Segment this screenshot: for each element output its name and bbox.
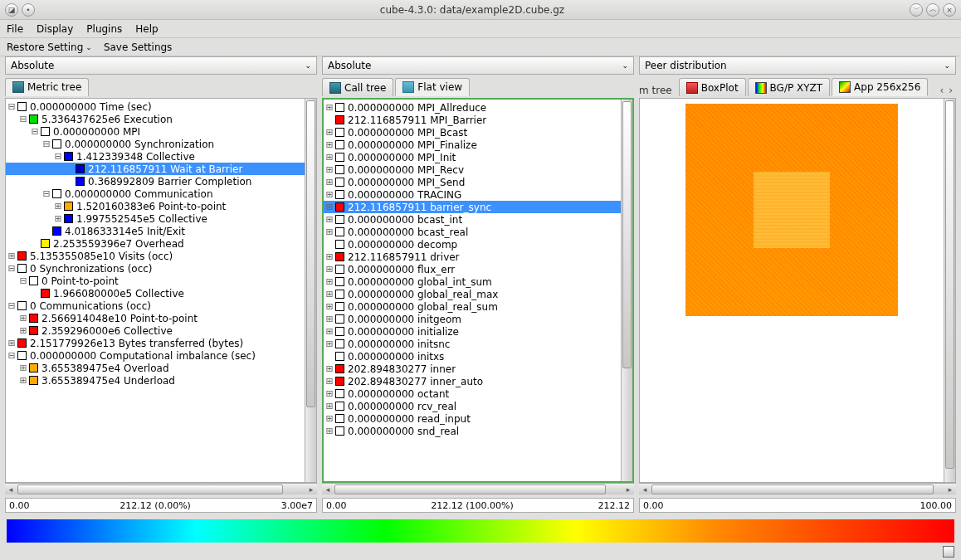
maximize-button[interactable]: ︿ [926,3,939,17]
expand-icon[interactable]: ⊞ [324,425,335,437]
collapse-icon[interactable]: ⊟ [41,187,52,200]
tree-row[interactable]: 212.116857911 Wait at Barrier [6,163,305,175]
expand-icon[interactable]: ⊞ [324,313,335,325]
tree-row[interactable]: ⊞0.000000000 snd_real [324,425,621,437]
hscrollbar[interactable]: ◂ ▸ [5,483,317,494]
tree-row[interactable]: ⊞0.000000000 rcv_real [324,400,621,412]
system-combo[interactable]: Peer distribution⌄ [639,56,956,75]
window-shade-button[interactable]: • [22,3,35,17]
menu-plugins[interactable]: Plugins [86,23,122,35]
tree-row[interactable]: ⊟0.000000000 Communication [6,187,305,200]
tree-row[interactable]: 4.018633314e5 Init/Exit [6,225,305,237]
restore-setting-button[interactable]: Restore Setting⌄ [7,41,92,53]
tab-clipped[interactable]: m tree [639,85,677,96]
tree-row[interactable]: ⊞0.000000000 read_input [324,412,621,425]
tree-row[interactable]: ⊞0.000000000 MPI_Recv [324,163,621,176]
tree-row[interactable]: ⊞202.894830277 inner [324,363,621,375]
tree-row[interactable]: ⊞1.997552545e5 Collective [6,212,305,225]
tab-app-256x256[interactable]: App 256x256 [832,78,928,96]
collapse-icon[interactable]: ⊟ [6,100,17,113]
tree-row[interactable]: ⊞0.000000000 bcast_real [324,226,621,238]
tree-row[interactable]: ⊞0.000000000 MPI_Init [324,151,621,163]
collapse-icon[interactable]: ⊟ [17,113,29,125]
expand-icon[interactable]: ⊞ [52,200,64,212]
expand-icon[interactable]: ⊞ [6,337,17,349]
expand-icon[interactable]: ⊞ [324,375,335,387]
tree-row[interactable]: 1.966080000e5 Collective [6,287,305,299]
collapse-icon[interactable]: ⊟ [41,138,52,150]
tree-row[interactable]: ⊞0.000000000 MPI_Finalize [324,139,621,151]
collapse-icon[interactable]: ⊟ [29,125,41,138]
expand-icon[interactable]: ⊞ [324,338,335,350]
expand-icon[interactable]: ⊞ [324,275,335,288]
tab-boxplot[interactable]: BoxPlot [679,78,746,96]
tree-row[interactable]: ⊞5.135355085e10 Visits (occ) [6,250,305,262]
flat-tree[interactable]: ⊞0.000000000 MPI_Allreduce212.116857911 … [324,100,621,481]
expand-icon[interactable]: ⊞ [324,412,335,425]
expand-icon[interactable]: ⊞ [324,201,335,213]
expand-icon[interactable]: ⊞ [324,151,335,163]
scroll-left-icon[interactable]: ◂ [5,485,17,494]
tabs-scroll-right[interactable]: › [949,85,953,96]
tree-row[interactable]: ⊞212.116857911 driver [324,251,621,263]
expand-icon[interactable]: ⊞ [324,188,335,201]
tree-row[interactable]: ⊞0.000000000 initgeom [324,313,621,325]
tree-row[interactable]: ⊞0.000000000 MPI_Send [324,176,621,188]
collapse-icon[interactable]: ⊟ [6,299,17,312]
collapse-icon[interactable]: ⊟ [6,262,17,275]
tree-row[interactable]: ⊞0.000000000 global_real_max [324,288,621,300]
metric-tree[interactable]: ⊟0.000000000 Time (sec) ⊟5.336437625e6 E… [6,99,305,482]
hscrollbar[interactable]: ◂ ▸ [322,483,634,494]
tab-bgp-xyzt[interactable]: BG/P XYZT [748,78,831,96]
tree-row[interactable]: 212.116857911 MPI_Barrier [324,114,621,126]
menu-file[interactable]: File [7,23,23,35]
expand-icon[interactable]: ⊞ [52,212,64,225]
expand-icon[interactable]: ⊞ [324,126,335,139]
window-menu-button[interactable]: ◪ [5,3,18,17]
menu-display[interactable]: Display [37,23,73,35]
tree-row[interactable]: 2.253559396e7 Overhead [6,237,305,250]
vscrollbar[interactable] [621,100,632,481]
tree-row[interactable]: ⊞0.000000000 TRACING [324,188,621,201]
tree-row[interactable]: ⊞0.000000000 MPI_Bcast [324,126,621,139]
tree-row[interactable]: ⊞0.000000000 flux_err [324,263,621,275]
collapse-icon[interactable]: ⊟ [52,150,64,163]
tree-row[interactable]: ⊟1.412339348 Collective [6,150,305,163]
tab-metric-tree[interactable]: Metric tree [5,78,89,96]
tree-row[interactable]: 0.000000000 decomp [324,238,621,251]
tree-row[interactable]: ⊟0 Synchronizations (occ) [6,262,305,275]
tree-row[interactable]: ⊞2.359296000e6 Collective [6,324,305,337]
tree-row[interactable]: ⊟0 Communications (occ) [6,299,305,312]
tree-row[interactable]: ⊟0.000000000 Computational imbalance (se… [6,349,305,362]
expand-icon[interactable]: ⊞ [324,226,335,238]
expand-icon[interactable]: ⊞ [324,400,335,412]
close-button[interactable]: × [943,3,956,17]
expand-icon[interactable]: ⊞ [324,288,335,300]
collapse-icon[interactable]: ⊟ [17,275,29,287]
scroll-right-icon[interactable]: ▸ [305,485,317,494]
tree-row[interactable]: ⊞202.894830277 inner_auto [324,375,621,387]
expand-icon[interactable]: ⊞ [324,387,335,400]
tree-row[interactable]: ⊞0.000000000 MPI_Allreduce [324,101,621,114]
tree-row[interactable]: ⊞2.151779926e13 Bytes transferred (bytes… [6,337,305,349]
expand-icon[interactable]: ⊞ [17,324,29,337]
expand-icon[interactable]: ⊞ [324,163,335,176]
expand-icon[interactable]: ⊞ [324,139,335,151]
expand-icon[interactable]: ⊞ [324,300,335,313]
resize-grip-icon[interactable] [943,546,954,558]
tree-row[interactable]: ⊞2.566914048e10 Point-to-point [6,312,305,324]
tree-row[interactable]: ⊞3.655389475e4 Overload [6,362,305,374]
tree-row[interactable]: 0.368992809 Barrier Completion [6,175,305,187]
tree-row[interactable]: ⊞0.000000000 initsnc [324,338,621,350]
tree-row[interactable]: ⊟5.336437625e6 Execution [6,113,305,125]
tree-row[interactable]: ⊞0.000000000 octant [324,387,621,400]
expand-icon[interactable]: ⊞ [324,176,335,188]
tree-row[interactable]: ⊟0 Point-to-point [6,275,305,287]
hscrollbar[interactable]: ◂ ▸ [639,483,956,494]
expand-icon[interactable]: ⊞ [17,374,29,387]
tree-row[interactable]: ⊞3.655389475e4 Underload [6,374,305,387]
tab-flat-view[interactable]: Flat view [395,78,470,96]
expand-icon[interactable]: ⊞ [324,325,335,338]
scroll-right-icon[interactable]: ▸ [944,485,956,494]
vscrollbar[interactable] [305,99,316,482]
